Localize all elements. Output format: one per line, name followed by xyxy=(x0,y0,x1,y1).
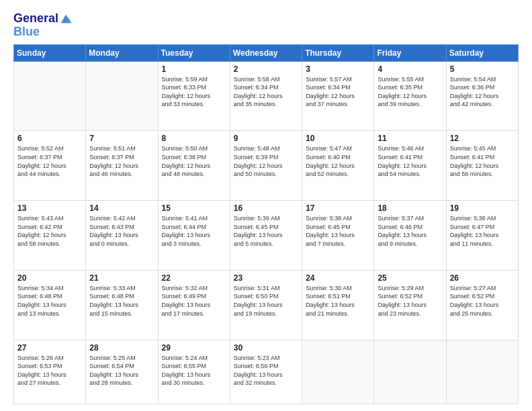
calendar-cell: 14Sunrise: 5:42 AM Sunset: 6:43 PM Dayli… xyxy=(86,201,158,271)
day-number: 22 xyxy=(162,273,226,283)
calendar-header-row: SundayMondayTuesdayWednesdayThursdayFrid… xyxy=(14,44,519,61)
day-number: 27 xyxy=(17,343,82,353)
day-info: Sunrise: 5:24 AM Sunset: 6:55 PM Dayligh… xyxy=(162,354,226,387)
day-number: 29 xyxy=(162,343,226,353)
day-info: Sunrise: 5:50 AM Sunset: 6:38 PM Dayligh… xyxy=(162,144,226,178)
col-header-tuesday: Tuesday xyxy=(158,44,230,61)
logo: General Blue xyxy=(13,12,72,39)
day-info: Sunrise: 5:38 AM Sunset: 6:45 PM Dayligh… xyxy=(306,214,370,248)
day-number: 3 xyxy=(306,64,370,74)
calendar-cell: 25Sunrise: 5:29 AM Sunset: 6:52 PM Dayli… xyxy=(374,270,446,340)
day-info: Sunrise: 5:37 AM Sunset: 6:46 PM Dayligh… xyxy=(378,214,442,248)
day-number: 8 xyxy=(162,134,226,143)
calendar-cell: 10Sunrise: 5:47 AM Sunset: 6:40 PM Dayli… xyxy=(302,131,374,201)
header: General Blue xyxy=(13,12,519,39)
day-number: 24 xyxy=(306,273,370,283)
calendar-cell: 26Sunrise: 5:27 AM Sunset: 6:52 PM Dayli… xyxy=(446,270,518,340)
day-info: Sunrise: 5:39 AM Sunset: 6:45 PM Dayligh… xyxy=(234,214,298,248)
day-info: Sunrise: 5:48 AM Sunset: 6:39 PM Dayligh… xyxy=(234,144,298,178)
col-header-saturday: Saturday xyxy=(446,44,518,61)
calendar-cell: 28Sunrise: 5:25 AM Sunset: 6:54 PM Dayli… xyxy=(86,340,158,404)
day-number: 23 xyxy=(234,273,298,283)
day-number: 20 xyxy=(17,273,82,283)
day-info: Sunrise: 5:32 AM Sunset: 6:49 PM Dayligh… xyxy=(162,284,226,318)
calendar-cell: 17Sunrise: 5:38 AM Sunset: 6:45 PM Dayli… xyxy=(302,201,374,271)
day-info: Sunrise: 5:31 AM Sunset: 6:50 PM Dayligh… xyxy=(234,284,298,318)
calendar-cell xyxy=(14,61,86,131)
calendar-cell: 5Sunrise: 5:54 AM Sunset: 6:36 PM Daylig… xyxy=(446,61,518,131)
day-number: 16 xyxy=(234,203,298,213)
col-header-friday: Friday xyxy=(374,44,446,61)
day-number: 9 xyxy=(234,134,298,143)
calendar-cell: 27Sunrise: 5:26 AM Sunset: 6:53 PM Dayli… xyxy=(14,340,86,404)
day-info: Sunrise: 5:54 AM Sunset: 6:36 PM Dayligh… xyxy=(450,75,515,109)
day-info: Sunrise: 5:41 AM Sunset: 6:44 PM Dayligh… xyxy=(162,214,226,248)
day-info: Sunrise: 5:51 AM Sunset: 6:37 PM Dayligh… xyxy=(89,144,154,178)
calendar-week-4: 27Sunrise: 5:26 AM Sunset: 6:53 PM Dayli… xyxy=(14,340,519,404)
day-info: Sunrise: 5:46 AM Sunset: 6:41 PM Dayligh… xyxy=(378,144,442,178)
calendar-cell: 6Sunrise: 5:52 AM Sunset: 6:37 PM Daylig… xyxy=(14,131,86,201)
day-info: Sunrise: 5:42 AM Sunset: 6:43 PM Dayligh… xyxy=(89,214,154,248)
day-number: 12 xyxy=(450,134,515,143)
calendar-cell: 8Sunrise: 5:50 AM Sunset: 6:38 PM Daylig… xyxy=(158,131,230,201)
col-header-thursday: Thursday xyxy=(302,44,374,61)
col-header-monday: Monday xyxy=(86,44,158,61)
day-info: Sunrise: 5:59 AM Sunset: 6:33 PM Dayligh… xyxy=(162,75,226,109)
calendar-cell: 12Sunrise: 5:45 AM Sunset: 6:41 PM Dayli… xyxy=(446,131,518,201)
logo-text-general: General xyxy=(13,12,58,26)
calendar-week-2: 13Sunrise: 5:43 AM Sunset: 6:42 PM Dayli… xyxy=(14,201,519,271)
day-info: Sunrise: 5:23 AM Sunset: 6:56 PM Dayligh… xyxy=(234,354,298,387)
day-info: Sunrise: 5:36 AM Sunset: 6:47 PM Dayligh… xyxy=(450,214,515,248)
calendar-cell: 11Sunrise: 5:46 AM Sunset: 6:41 PM Dayli… xyxy=(374,131,446,201)
calendar-cell xyxy=(86,61,158,131)
day-number: 30 xyxy=(234,343,298,353)
day-number: 17 xyxy=(306,203,370,213)
day-info: Sunrise: 5:45 AM Sunset: 6:41 PM Dayligh… xyxy=(450,144,515,178)
day-number: 21 xyxy=(89,273,154,283)
calendar-cell: 22Sunrise: 5:32 AM Sunset: 6:49 PM Dayli… xyxy=(158,270,230,340)
col-header-wednesday: Wednesday xyxy=(230,44,302,61)
calendar-cell: 18Sunrise: 5:37 AM Sunset: 6:46 PM Dayli… xyxy=(374,201,446,271)
day-number: 15 xyxy=(162,203,226,213)
day-info: Sunrise: 5:43 AM Sunset: 6:42 PM Dayligh… xyxy=(17,214,82,248)
day-info: Sunrise: 5:25 AM Sunset: 6:54 PM Dayligh… xyxy=(89,354,154,387)
calendar-cell: 9Sunrise: 5:48 AM Sunset: 6:39 PM Daylig… xyxy=(230,131,302,201)
calendar-cell: 23Sunrise: 5:31 AM Sunset: 6:50 PM Dayli… xyxy=(230,270,302,340)
calendar-table: SundayMondayTuesdayWednesdayThursdayFrid… xyxy=(13,44,519,404)
day-info: Sunrise: 5:58 AM Sunset: 6:34 PM Dayligh… xyxy=(234,75,298,109)
calendar-cell: 2Sunrise: 5:58 AM Sunset: 6:34 PM Daylig… xyxy=(230,61,302,131)
day-number: 1 xyxy=(162,64,226,74)
day-number: 26 xyxy=(450,273,515,283)
day-number: 25 xyxy=(378,273,442,283)
calendar-week-3: 20Sunrise: 5:34 AM Sunset: 6:48 PM Dayli… xyxy=(14,270,519,340)
calendar-week-1: 6Sunrise: 5:52 AM Sunset: 6:37 PM Daylig… xyxy=(14,131,519,201)
calendar-cell xyxy=(446,340,518,404)
calendar-cell: 13Sunrise: 5:43 AM Sunset: 6:42 PM Dayli… xyxy=(14,201,86,271)
calendar-cell: 4Sunrise: 5:55 AM Sunset: 6:35 PM Daylig… xyxy=(374,61,446,131)
day-number: 28 xyxy=(89,343,154,353)
logo-text-blue: Blue xyxy=(13,26,40,39)
calendar-cell: 16Sunrise: 5:39 AM Sunset: 6:45 PM Dayli… xyxy=(230,201,302,271)
calendar-cell: 21Sunrise: 5:33 AM Sunset: 6:48 PM Dayli… xyxy=(86,270,158,340)
calendar-week-0: 1Sunrise: 5:59 AM Sunset: 6:33 PM Daylig… xyxy=(14,61,519,131)
calendar-cell: 15Sunrise: 5:41 AM Sunset: 6:44 PM Dayli… xyxy=(158,201,230,271)
day-number: 14 xyxy=(89,203,154,213)
day-number: 7 xyxy=(89,134,154,143)
day-number: 2 xyxy=(234,64,298,74)
day-number: 4 xyxy=(378,64,442,74)
calendar-cell: 19Sunrise: 5:36 AM Sunset: 6:47 PM Dayli… xyxy=(446,201,518,271)
day-info: Sunrise: 5:29 AM Sunset: 6:52 PM Dayligh… xyxy=(378,284,442,318)
calendar-cell xyxy=(302,340,374,404)
day-info: Sunrise: 5:30 AM Sunset: 6:51 PM Dayligh… xyxy=(306,284,370,318)
calendar-cell xyxy=(374,340,446,404)
calendar-cell: 24Sunrise: 5:30 AM Sunset: 6:51 PM Dayli… xyxy=(302,270,374,340)
calendar-cell: 30Sunrise: 5:23 AM Sunset: 6:56 PM Dayli… xyxy=(230,340,302,404)
logo-icon xyxy=(60,13,72,25)
calendar-cell: 29Sunrise: 5:24 AM Sunset: 6:55 PM Dayli… xyxy=(158,340,230,404)
day-info: Sunrise: 5:27 AM Sunset: 6:52 PM Dayligh… xyxy=(450,284,515,318)
day-info: Sunrise: 5:57 AM Sunset: 6:34 PM Dayligh… xyxy=(306,75,370,109)
page: General Blue SundayMondayTuesdayWednesda… xyxy=(0,0,532,411)
calendar-cell: 20Sunrise: 5:34 AM Sunset: 6:48 PM Dayli… xyxy=(14,270,86,340)
day-info: Sunrise: 5:34 AM Sunset: 6:48 PM Dayligh… xyxy=(17,284,82,318)
day-number: 10 xyxy=(306,134,370,143)
